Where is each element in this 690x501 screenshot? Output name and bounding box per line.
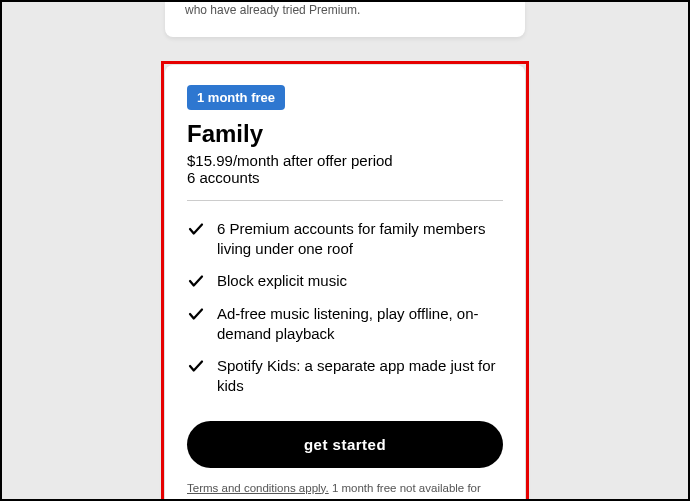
check-icon	[187, 305, 205, 323]
plan-title: Family	[187, 120, 503, 148]
feature-text: Ad-free music listening, play offline, o…	[217, 304, 503, 345]
plan-price: $15.99/month after offer period	[187, 152, 503, 169]
feature-list: 6 Premium accounts for family members li…	[187, 219, 503, 397]
previous-plan-card-fragment: who have already tried Premium.	[165, 2, 525, 37]
list-item: Ad-free music listening, play offline, o…	[187, 304, 503, 345]
get-started-button[interactable]: get started	[187, 421, 503, 468]
prev-disclaimer-text: who have already tried Premium.	[185, 3, 360, 17]
feature-text: 6 Premium accounts for family members li…	[217, 219, 503, 260]
list-item: Spotify Kids: a separate app made just f…	[187, 356, 503, 397]
terms-link[interactable]: Terms and conditions apply.	[187, 482, 329, 494]
family-plan-card: 1 month free Family $15.99/month after o…	[165, 65, 525, 501]
check-icon	[187, 357, 205, 375]
feature-text: Block explicit music	[217, 271, 347, 291]
terms-text: Terms and conditions apply. 1 month free…	[187, 480, 503, 501]
plan-accounts: 6 accounts	[187, 169, 503, 186]
feature-text: Spotify Kids: a separate app made just f…	[217, 356, 503, 397]
check-icon	[187, 220, 205, 238]
check-icon	[187, 272, 205, 290]
divider	[187, 200, 503, 201]
offer-badge: 1 month free	[187, 85, 285, 110]
list-item: 6 Premium accounts for family members li…	[187, 219, 503, 260]
list-item: Block explicit music	[187, 271, 503, 291]
